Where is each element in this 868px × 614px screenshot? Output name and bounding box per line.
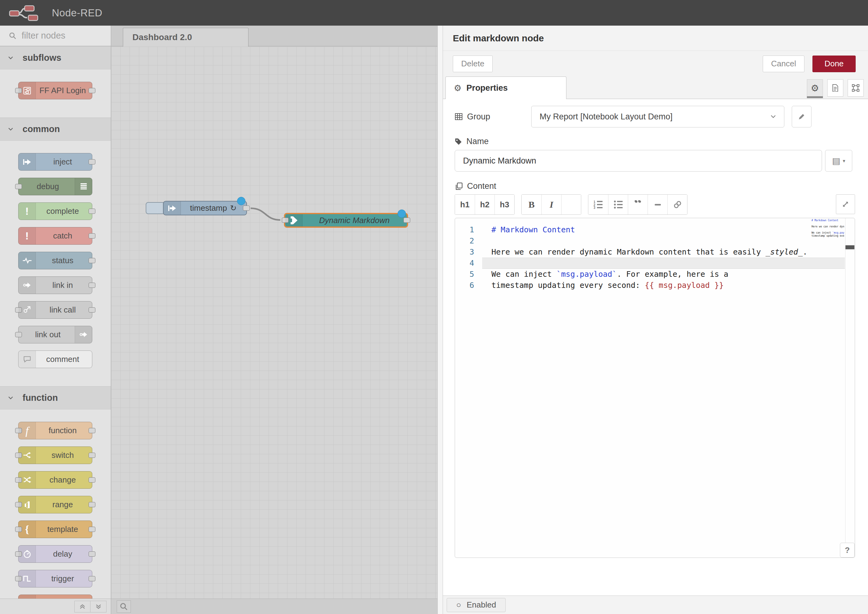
chevron-down-icon <box>8 56 13 60</box>
inject-arrow-icon <box>168 205 176 212</box>
palette-node-delay[interactable]: delay <box>18 545 92 563</box>
output-port[interactable] <box>89 258 95 263</box>
palette-node-template[interactable]: {template <box>18 521 92 538</box>
toolbar-button-ordered-list-icon[interactable]: 123 <box>589 195 608 214</box>
palette-node-catch[interactable]: !catch <box>18 227 92 245</box>
palette-node-debug[interactable]: debug <box>18 178 92 195</box>
inject-button[interactable] <box>146 202 165 214</box>
ordered-list-icon: 123 <box>593 200 603 209</box>
palette-node-status[interactable]: status <box>18 252 92 269</box>
name-type-button[interactable]: ▤ ▾ <box>825 150 852 172</box>
enabled-toggle-button[interactable]: ○ Enabled <box>447 598 506 612</box>
toolbar-button-</>[interactable] <box>561 195 581 214</box>
canvas-search-button[interactable] <box>117 600 131 613</box>
code-line-5: 5We can inject `msg.payload`. For exampl… <box>455 269 845 280</box>
node-label: function <box>36 422 90 439</box>
node-label: timestamp↻ <box>184 202 242 215</box>
output-port[interactable] <box>89 159 95 164</box>
palette-node-function[interactable]: ffunction <box>18 422 92 439</box>
output-port[interactable] <box>89 209 95 214</box>
output-port[interactable] <box>89 283 95 288</box>
gear-icon: ⚙ <box>454 83 461 93</box>
palette-node-ff-api-login[interactable]: FF API Login <box>18 82 92 99</box>
filter-nodes-input[interactable] <box>22 31 105 41</box>
palette-node-trigger[interactable]: trigger <box>18 570 92 588</box>
palette-sidebar: subflowsFF API Logincommoninjectdebug!co… <box>0 26 111 614</box>
output-port[interactable] <box>89 477 95 482</box>
cancel-button[interactable]: Cancel <box>763 56 804 72</box>
flow-node-timestamp[interactable]: timestamp↻ <box>163 201 247 216</box>
edit-group-button[interactable] <box>792 106 812 127</box>
toolbar-button-chain-link-icon[interactable] <box>668 195 687 214</box>
name-input[interactable] <box>455 150 822 172</box>
flow-node-dynamic-markdown[interactable]: Dynamic Markdown <box>284 213 408 228</box>
output-port[interactable] <box>89 502 95 507</box>
output-port[interactable] <box>89 428 95 433</box>
toolbar-button-unordered-list-icon[interactable] <box>608 195 628 214</box>
scrollbar-thumb[interactable] <box>845 245 854 249</box>
toolbar-button-h3[interactable]: h3 <box>494 195 514 214</box>
toolbar-button-blockquote-icon[interactable]: “ <box>628 195 648 214</box>
palette-search[interactable] <box>0 26 111 46</box>
output-port[interactable] <box>404 217 410 223</box>
done-button[interactable]: Done <box>812 56 856 72</box>
tray-tab-button-layout-icon[interactable] <box>848 79 864 96</box>
palette-category-subflows[interactable]: subflows <box>0 46 111 70</box>
palette-node-change[interactable]: change <box>18 471 92 489</box>
wire-layer <box>111 47 437 598</box>
delete-button[interactable]: Delete <box>453 56 493 72</box>
palette-node-inject[interactable]: inject <box>18 153 92 171</box>
code-area: 1# Markdown Content23Here we can render … <box>455 224 845 291</box>
tray-header: Edit markdown node <box>443 26 868 51</box>
palette-node-range[interactable]: range <box>18 496 92 513</box>
table-grid-icon <box>455 113 463 121</box>
function-f-icon: f <box>25 424 28 437</box>
expand-editor-button[interactable] <box>836 194 855 214</box>
output-port[interactable] <box>243 206 250 211</box>
palette-node-switch[interactable]: switch <box>18 447 92 464</box>
tray-tab-button-doc-icon[interactable] <box>827 79 843 96</box>
toolbar-button-hr-icon[interactable] <box>648 195 668 214</box>
palette-category-common[interactable]: common <box>0 118 111 141</box>
palette-node-link-in[interactable]: link in <box>18 276 92 294</box>
tray-tab-button-gear-icon[interactable]: ⚙ <box>807 79 823 96</box>
collapse-all-button[interactable] <box>75 601 90 612</box>
expand-icon <box>842 200 849 208</box>
palette-node-comment[interactable]: comment <box>18 350 92 368</box>
output-port[interactable] <box>89 88 95 93</box>
palette-category-function[interactable]: function <box>0 386 111 409</box>
group-select[interactable]: My Report [Notebook Layout Demo] <box>531 106 784 127</box>
magnifier-icon <box>120 602 128 611</box>
toolbar-button-I[interactable]: I <box>542 195 561 214</box>
output-port[interactable] <box>89 576 95 581</box>
output-port[interactable] <box>89 551 95 557</box>
tab-dashboard-2[interactable]: Dashboard 2.0 <box>123 28 248 47</box>
output-port[interactable] <box>89 527 95 532</box>
output-port[interactable] <box>89 453 95 458</box>
output-port[interactable] <box>89 233 95 239</box>
canvas-grid[interactable]: timestamp↻Dynamic Markdown <box>111 47 437 598</box>
palette-node-complete[interactable]: !complete <box>18 202 92 220</box>
expand-all-button[interactable] <box>90 601 107 612</box>
output-port[interactable] <box>89 307 95 313</box>
markdown-editor[interactable]: 1# Markdown Content23Here we can render … <box>455 218 855 558</box>
editor-help-button[interactable]: ? <box>840 543 855 558</box>
trigger-wave-icon <box>23 575 31 582</box>
code-line-1: 1# Markdown Content <box>455 224 845 236</box>
palette-node-link-out[interactable]: link out <box>18 326 92 343</box>
flow-tab-label: Dashboard 2.0 <box>132 33 192 42</box>
toolbar-button-h1[interactable]: h1 <box>455 195 475 214</box>
wire[interactable] <box>251 208 280 220</box>
flow-canvas[interactable]: Dashboard 2.0 timestamp↻Dynamic Markdown <box>111 26 437 614</box>
chain-link-icon <box>674 200 682 209</box>
tray-resize-handle[interactable] <box>437 26 443 614</box>
toolbar-button-B[interactable]: B <box>522 195 542 214</box>
palette-node-link-call[interactable]: link call <box>18 301 92 319</box>
content-label-row: Content <box>455 181 855 191</box>
line-text: timestamp updating every second: {{ msg.… <box>482 280 845 291</box>
toolbar-button-h2[interactable]: h2 <box>475 195 494 214</box>
tab-properties[interactable]: ⚙ Properties <box>446 76 567 99</box>
editor-scrollbar[interactable] <box>845 218 855 543</box>
category-label: function <box>23 393 58 403</box>
node-label: debug <box>21 178 75 195</box>
